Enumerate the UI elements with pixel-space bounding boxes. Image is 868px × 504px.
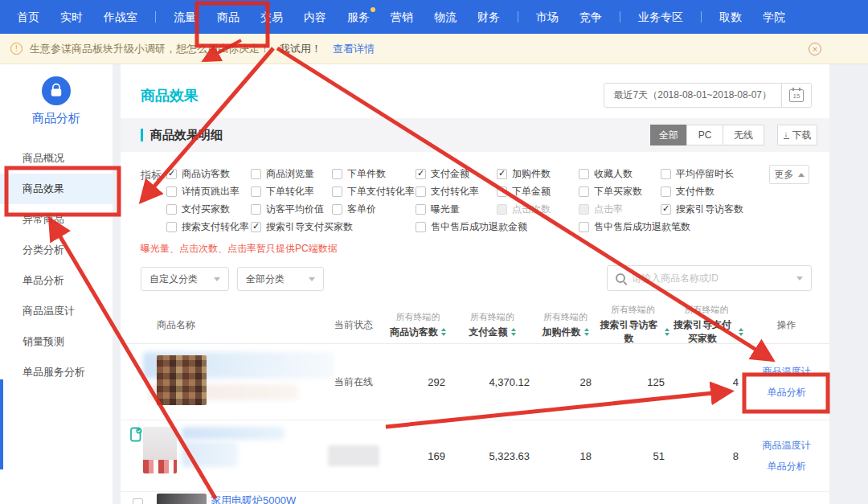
sort-icon[interactable] [584, 328, 589, 336]
checkbox-checked-icon[interactable] [416, 169, 426, 179]
notice-try-link[interactable]: 我试用！ [280, 42, 321, 56]
column-header-visitors[interactable]: 所有终端的商品访客数 [386, 311, 450, 339]
metric-checkbox-item[interactable]: 支付买家数 [166, 203, 251, 216]
checkbox-icon[interactable] [251, 186, 261, 197]
column-header-payment[interactable]: 所有终端的支付金额 [450, 311, 534, 339]
checkbox-icon[interactable] [661, 186, 671, 197]
close-icon[interactable]: × [809, 43, 821, 55]
checkbox-icon[interactable] [166, 222, 177, 232]
nav-item[interactable]: 学院 [752, 0, 796, 34]
metric-checkbox-item[interactable]: 下单转化率 [251, 185, 332, 199]
calendar-button[interactable]: 15 [781, 84, 811, 107]
checkbox-icon[interactable] [166, 204, 177, 215]
metric-checkbox-item[interactable]: 支付转化率 [416, 185, 497, 199]
checkbox-checked-icon[interactable] [166, 169, 177, 179]
tab-terminal[interactable]: PC [686, 125, 723, 145]
checkbox-icon[interactable] [332, 204, 342, 215]
sidebar-item[interactable]: 单品分析 [0, 265, 113, 296]
nav-item[interactable]: 交易 [250, 0, 293, 34]
nav-item[interactable]: 竞争 [569, 0, 612, 34]
metric-checkbox-item[interactable]: 加购件数 [497, 167, 579, 181]
checkbox-icon[interactable] [579, 186, 589, 197]
metric-checkbox-item[interactable]: 搜索支付转化率 [166, 220, 251, 234]
metric-checkbox-item[interactable]: 售中售后成功退款笔数 [579, 220, 747, 234]
checkbox-icon[interactable] [661, 169, 671, 179]
all-category-dropdown[interactable]: 全部分类 [237, 267, 324, 291]
checkbox-icon[interactable] [166, 186, 177, 197]
nav-item[interactable]: 营销 [380, 0, 424, 34]
nav-item[interactable]: 商品 [207, 0, 250, 34]
metric-checkbox-item[interactable]: 商品浏览量 [251, 167, 332, 181]
metric-checkbox-item[interactable]: 下单买家数 [579, 185, 661, 199]
nav-item[interactable]: 实时 [50, 0, 93, 34]
tab-terminal[interactable]: 全部 [650, 125, 687, 145]
download-button[interactable]: ↓ 下载 [777, 125, 817, 145]
checkbox-icon[interactable] [416, 222, 426, 232]
checkbox-icon[interactable] [579, 222, 589, 232]
nav-item[interactable]: 市场 [526, 0, 569, 34]
nav-item[interactable]: 财务 [467, 0, 510, 34]
checkbox-icon[interactable] [416, 186, 426, 197]
checkbox-icon[interactable] [332, 186, 342, 197]
checkbox-icon[interactable] [251, 169, 261, 179]
metric-checkbox-item[interactable]: 搜索引导支付买家数 [251, 220, 416, 234]
metric-checkbox-item[interactable]: 平均停留时长 [661, 167, 781, 181]
nav-item[interactable]: 作战室 [93, 0, 148, 34]
nav-item[interactable]: 取数 [709, 0, 752, 34]
custom-category-dropdown[interactable]: 自定义分类 [141, 267, 229, 291]
action-link[interactable]: 商品温度计 [763, 365, 811, 379]
metric-checkbox-item[interactable]: 访客平均价值 [251, 203, 332, 216]
metric-checkbox-item[interactable]: 曝光量 [416, 203, 497, 216]
nav-item[interactable]: 流量 [163, 0, 207, 34]
metric-checkbox-item[interactable]: 客单价 [332, 203, 416, 216]
sidebar-item[interactable]: 商品概况 [0, 143, 113, 174]
nav-item[interactable]: 首页 [6, 0, 50, 34]
metric-checkbox-item[interactable]: 收藏人数 [579, 167, 661, 181]
nav-item[interactable]: 服务 [337, 0, 380, 34]
metric-checkbox-item[interactable]: 下单支付转化率 [332, 185, 416, 199]
sort-icon[interactable] [441, 328, 446, 336]
sidebar-item[interactable]: 商品温度计 [0, 296, 113, 326]
nav-item[interactable]: 业务专区 [628, 0, 694, 34]
sidebar-item[interactable]: 商品效果 [0, 174, 113, 204]
sidebar-item[interactable]: 异常商品 [0, 204, 113, 235]
action-link[interactable]: 单品分析 [768, 386, 806, 400]
action-link[interactable]: 单品分析 [768, 460, 806, 473]
metric-checkbox-item[interactable]: 点击次数 [497, 203, 579, 216]
checkbox-icon[interactable] [332, 169, 342, 179]
product-search-input[interactable]: 请输入商品名称或ID [607, 265, 812, 291]
nav-item[interactable]: 内容 [293, 0, 337, 34]
checkbox-checked-icon[interactable] [251, 222, 261, 232]
date-range-picker[interactable]: 最近7天（2018-08-01~2018-08-07） 15 [604, 83, 812, 108]
column-header-cart[interactable]: 所有终端的加购件数 [534, 311, 596, 339]
metric-checkbox-item[interactable]: 商品访客数 [166, 167, 251, 181]
checkbox-checked-icon[interactable] [497, 169, 507, 179]
metric-checkbox-item[interactable]: 支付金额 [416, 167, 497, 181]
metric-checkbox-item[interactable]: 搜索引导访客数 [661, 203, 781, 216]
action-link[interactable]: 商品温度计 [763, 439, 811, 453]
notice-detail-link[interactable]: 查看详情 [333, 42, 375, 56]
more-button[interactable]: 更多 [769, 165, 809, 184]
checkbox-icon[interactable] [416, 204, 426, 215]
metric-checkbox-item[interactable]: 下单金额 [497, 185, 579, 199]
edge-widget[interactable] [0, 379, 3, 469]
product-title-link[interactable]: 家用电暖炉5000W [211, 494, 296, 504]
column-header-search_buyers[interactable]: 所有终端的搜索引导支付买家数 [669, 304, 743, 346]
checkbox-icon[interactable] [251, 204, 261, 215]
sidebar-item[interactable]: 分类分析 [0, 235, 113, 265]
metric-checkbox-item[interactable]: 点击率 [579, 203, 661, 216]
checkbox-icon[interactable] [579, 204, 589, 215]
metric-checkbox-item[interactable]: 详情页跳出率 [166, 185, 251, 199]
checkbox-checked-icon[interactable] [661, 204, 671, 215]
sidebar-item[interactable]: 单品服务分析 [0, 357, 113, 387]
sort-icon[interactable] [511, 328, 516, 336]
column-header-search_visitors[interactable]: 所有终端的搜索引导访客数 [596, 304, 669, 346]
nav-item[interactable]: 物流 [424, 0, 467, 34]
sidebar-item[interactable]: 销量预测 [0, 326, 113, 357]
checkbox-icon[interactable] [497, 204, 507, 215]
metric-checkbox-item[interactable]: 支付件数 [661, 185, 781, 199]
tab-terminal[interactable]: 无线 [723, 125, 764, 145]
metric-checkbox-item[interactable]: 下单件数 [332, 167, 416, 181]
checkbox-icon[interactable] [497, 186, 507, 197]
metric-checkbox-item[interactable]: 售中售后成功退款金额 [416, 220, 579, 234]
